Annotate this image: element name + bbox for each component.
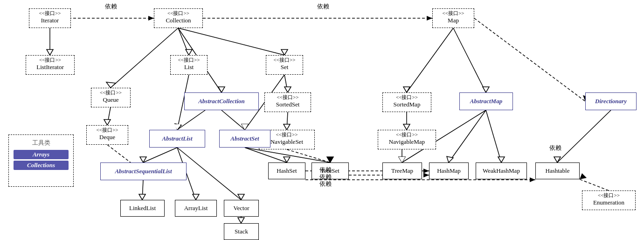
label-weakhashmap: WeakHashMap — [483, 167, 520, 175]
svg-marker-43 — [242, 124, 248, 130]
label-hashtable: Hashtable — [546, 167, 570, 175]
node-directionary: Directionary — [585, 92, 637, 110]
svg-marker-31 — [498, 157, 505, 162]
svg-line-38 — [580, 179, 609, 191]
label-treemap: TreeMap — [391, 167, 413, 175]
svg-line-50 — [177, 148, 241, 200]
svg-marker-19 — [284, 124, 290, 130]
toolbox: 工具类 Arrays Collections — [8, 134, 74, 187]
svg-line-20 — [407, 28, 453, 92]
svg-marker-5 — [47, 49, 53, 55]
toolbox-label: 工具类 — [14, 139, 69, 147]
svg-marker-51 — [238, 194, 244, 200]
node-weakhashmap: WeakHashMap — [476, 162, 527, 179]
node-stack: Stack — [224, 223, 259, 240]
label-vector: Vector — [234, 205, 249, 212]
node-map: <<接口>> Map — [432, 8, 474, 28]
label-listiterator: ListIterator — [36, 64, 63, 71]
node-abstractcollection: AbstractCollection — [184, 92, 259, 110]
label-navigablemap: NavigableMap — [389, 138, 425, 145]
svg-line-46 — [143, 148, 177, 162]
node-hashmap: HashMap — [429, 162, 469, 179]
label-sortedmap: SortedMap — [394, 101, 421, 108]
svg-marker-53 — [139, 194, 145, 200]
stereotype-sortedset: <<接口>> — [268, 94, 308, 101]
label-queue: Queue — [103, 96, 119, 103]
node-list: <<接口>> List — [170, 55, 208, 75]
node-abstractset: AbstractSet — [219, 130, 270, 148]
svg-line-14 — [107, 107, 111, 125]
svg-marker-13 — [218, 87, 225, 92]
svg-marker-57 — [284, 157, 290, 162]
svg-marker-49 — [193, 194, 199, 200]
uml-diagram: <<接口>> Iterator <<接口>> ListIterator <<接口… — [0, 0, 644, 240]
toolbox-collections: Collections — [14, 161, 69, 170]
label-hashmap: HashMap — [437, 167, 461, 175]
svg-line-52 — [142, 180, 143, 200]
dep-label-5: 依赖 — [319, 180, 332, 188]
node-set: <<接口>> Set — [266, 55, 303, 75]
stereotype-collection: <<接口>> — [157, 10, 200, 17]
label-linkedlist: LinkedList — [129, 205, 156, 212]
svg-line-58 — [245, 148, 330, 162]
svg-line-28 — [449, 110, 486, 162]
stereotype-navigablemap: <<接口>> — [381, 131, 433, 138]
label-abstractsequentiallist: AbstractSequentialList — [115, 168, 172, 175]
stereotype-queue: <<接口>> — [94, 89, 127, 96]
node-collection: <<接口>> Collection — [154, 8, 203, 28]
svg-marker-27 — [399, 157, 405, 162]
node-arraylist: ArrayList — [175, 200, 217, 217]
svg-line-22 — [453, 28, 486, 92]
node-listiterator: <<接口>> ListIterator — [26, 55, 75, 75]
svg-line-34 — [557, 110, 611, 162]
label-hashset: HashSet — [277, 167, 297, 175]
svg-line-6 — [111, 28, 178, 88]
label-enumeration: Enumeration — [593, 199, 624, 206]
svg-marker-9 — [186, 49, 192, 55]
svg-line-18 — [287, 112, 288, 130]
node-deque: <<接口>> Deque — [86, 125, 128, 145]
label-collection: Collection — [166, 17, 191, 24]
stereotype-listiterator: <<接口>> — [29, 56, 71, 64]
label-stack: Stack — [235, 228, 248, 235]
node-vector: Vector — [224, 200, 259, 217]
svg-marker-23 — [483, 87, 489, 92]
node-hashset: HashSet — [268, 162, 305, 179]
svg-marker-61 — [327, 157, 333, 162]
node-hashtable: Hashtable — [535, 162, 580, 179]
svg-line-60 — [287, 149, 330, 162]
svg-marker-3 — [427, 16, 432, 21]
node-abstractmap: AbstractMap — [459, 92, 513, 110]
svg-marker-33 — [399, 157, 405, 162]
svg-line-40 — [177, 110, 205, 130]
stereotype-enumeration: <<接口>> — [585, 192, 632, 199]
node-enumeration: <<接口>> Enumeration — [582, 191, 636, 210]
svg-marker-1 — [148, 16, 154, 21]
label-abstractlist: AbstractList — [162, 135, 192, 142]
svg-marker-39 — [580, 173, 587, 179]
svg-marker-29 — [447, 156, 453, 162]
svg-marker-17 — [284, 87, 291, 92]
diagram-lines — [0, 0, 644, 240]
node-sortedmap: <<接口>> SortedMap — [382, 92, 431, 112]
node-sortedset: <<接口>> SortedSet — [264, 92, 311, 112]
label-arraylist: ArrayList — [184, 205, 208, 212]
node-navigablemap: <<接口>> NavigableMap — [378, 130, 436, 149]
svg-line-30 — [486, 110, 501, 162]
label-abstractcollection: AbstractCollection — [198, 98, 245, 105]
stereotype-iterator: <<接口>> — [32, 10, 68, 17]
svg-marker-11 — [281, 49, 288, 55]
svg-line-42 — [222, 110, 245, 130]
label-abstractset: AbstractSet — [230, 135, 259, 142]
svg-marker-21 — [403, 87, 410, 92]
node-iterator: <<接口>> Iterator — [29, 8, 71, 28]
stereotype-set: <<接口>> — [269, 56, 300, 64]
node-linkedlist: LinkedList — [120, 200, 165, 217]
svg-marker-59 — [327, 157, 333, 162]
svg-marker-55 — [238, 218, 244, 223]
dep-label-6: 依赖 — [549, 144, 561, 152]
label-deque: Deque — [99, 134, 115, 141]
svg-marker-41 — [175, 124, 181, 130]
dep-label-2: 依赖 — [317, 2, 329, 11]
label-iterator: Iterator — [41, 17, 59, 24]
